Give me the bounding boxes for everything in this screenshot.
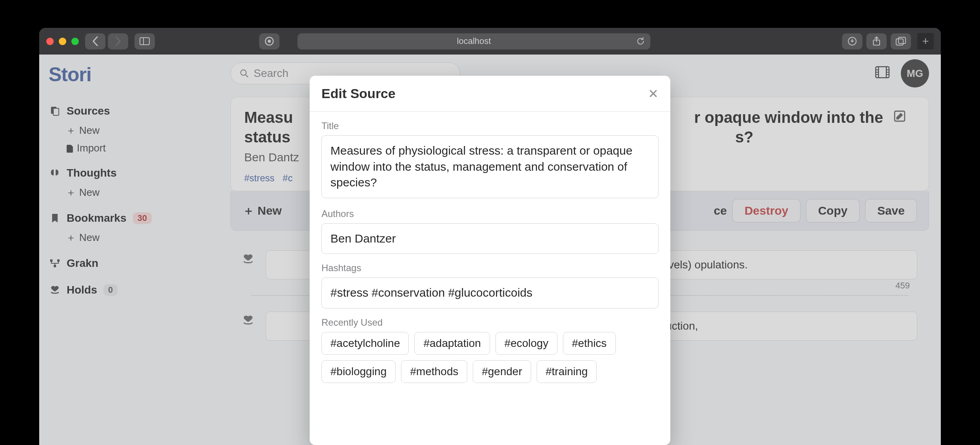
address-bar[interactable]: localhost bbox=[298, 33, 650, 49]
hashtag-chip[interactable]: #ecology bbox=[495, 332, 557, 355]
svg-rect-7 bbox=[898, 37, 906, 44]
hashtag-chip[interactable]: #acetylcholine bbox=[321, 332, 409, 355]
close-window-icon[interactable] bbox=[46, 38, 54, 45]
page: Stori Sources ＋ New Import bbox=[39, 55, 941, 445]
extension-button[interactable] bbox=[259, 33, 279, 49]
minimize-window-icon[interactable] bbox=[59, 38, 66, 45]
sidebar-toggle-button[interactable] bbox=[134, 33, 155, 49]
hashtags-label: Hashtags bbox=[321, 263, 659, 274]
hashtag-chip[interactable]: #gender bbox=[473, 360, 531, 383]
window-controls bbox=[46, 38, 79, 45]
close-icon[interactable]: ✕ bbox=[648, 86, 659, 101]
forward-button[interactable] bbox=[108, 33, 128, 49]
edit-source-modal: Edit Source ✕ Title Authors Hashtags Rec… bbox=[310, 76, 670, 445]
reload-icon[interactable] bbox=[636, 37, 645, 46]
modal-header: Edit Source ✕ bbox=[310, 76, 670, 112]
authors-input[interactable] bbox=[321, 223, 659, 254]
nav-history-group bbox=[85, 33, 128, 49]
hashtag-chip[interactable]: #methods bbox=[401, 360, 467, 383]
recent-label: Recently Used bbox=[321, 317, 659, 328]
authors-label: Authors bbox=[321, 208, 659, 219]
hashtag-chip[interactable]: #ethics bbox=[563, 332, 616, 355]
svg-point-3 bbox=[268, 40, 271, 43]
recent-hashtags: #acetylcholine #adaptation #ecology #eth… bbox=[321, 332, 659, 383]
hashtag-chip[interactable]: #biologging bbox=[321, 360, 396, 383]
hashtag-chip[interactable]: #adaptation bbox=[414, 332, 490, 355]
modal-layer: Edit Source ✕ Title Authors Hashtags Rec… bbox=[39, 55, 941, 445]
hashtag-chip[interactable]: #training bbox=[537, 360, 597, 383]
title-input[interactable] bbox=[321, 135, 659, 198]
downloads-button[interactable] bbox=[842, 33, 862, 49]
back-button[interactable] bbox=[85, 33, 105, 49]
browser-titlebar: localhost + bbox=[39, 28, 941, 55]
svg-rect-6 bbox=[896, 39, 903, 45]
svg-rect-0 bbox=[140, 38, 149, 45]
titlebar-right: + bbox=[842, 33, 934, 49]
title-label: Title bbox=[321, 120, 659, 131]
address-text: localhost bbox=[457, 36, 491, 46]
modal-body: Title Authors Hashtags Recently Used #ac… bbox=[310, 112, 670, 395]
browser-window: localhost + Stori bbox=[39, 28, 941, 445]
share-button[interactable] bbox=[866, 33, 887, 49]
tabs-button[interactable] bbox=[891, 33, 911, 49]
fullscreen-window-icon[interactable] bbox=[71, 38, 79, 45]
hashtags-input[interactable] bbox=[321, 277, 659, 308]
modal-title: Edit Source bbox=[321, 86, 396, 101]
new-tab-button[interactable]: + bbox=[917, 33, 934, 49]
